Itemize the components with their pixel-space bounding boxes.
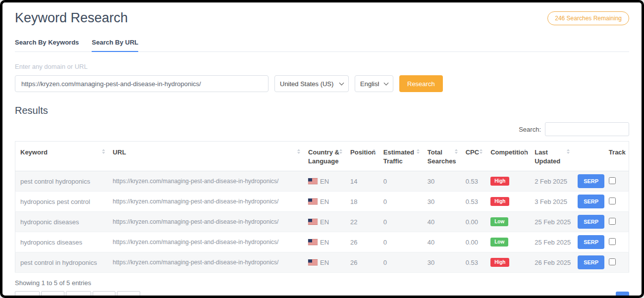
url-cell: https://kryzen.com/managing-pest-and-dis… — [108, 252, 303, 273]
keyword-cell: hydroponics diseases — [15, 232, 108, 252]
keyword-cell: pest control in hydroponics — [15, 252, 108, 273]
competition-badge: High — [490, 197, 509, 206]
table-footer: Copy CSV Excel PDF Print 1 — [15, 291, 629, 298]
tab-search-by-keywords[interactable]: Search By Keywords — [15, 39, 79, 51]
url-input-label: Enter any domain or URL — [15, 63, 629, 70]
sort-icon — [455, 149, 458, 154]
last-updated-cell: 26 Feb 2025 — [530, 252, 573, 273]
col-header-cpc[interactable]: CPC — [461, 142, 486, 171]
total-searches-cell: 40 — [423, 212, 461, 232]
cpc-cell: 0.00 — [461, 232, 486, 252]
serp-button[interactable]: SERP — [578, 235, 604, 249]
cpc-cell: 0.53 — [461, 171, 486, 192]
serp-button[interactable]: SERP — [578, 174, 604, 188]
language-select-wrap: English — [355, 75, 393, 92]
col-header-serp — [573, 142, 604, 171]
competition-badge: Low — [490, 238, 508, 247]
tab-bar: Search By Keywords Search By URL — [15, 39, 629, 52]
total-searches-cell: 30 — [423, 171, 461, 192]
total-searches-cell: 30 — [423, 192, 461, 212]
estimated-traffic-cell: 0 — [378, 171, 423, 192]
col-header-url[interactable]: URL — [108, 142, 303, 171]
track-checkbox[interactable] — [609, 177, 616, 184]
last-updated-cell: 25 Feb 2025 — [530, 232, 573, 252]
export-buttons: Copy CSV Excel PDF Print — [15, 291, 140, 298]
position-cell: 14 — [345, 171, 378, 192]
csv-button[interactable]: CSV — [41, 291, 64, 298]
results-table-body: pest control hydroponics https://kryzen.… — [15, 171, 629, 273]
language-code: EN — [320, 259, 329, 266]
serp-cell: SERP — [573, 252, 604, 273]
table-row: hydroponic diseases https://kryzen.com/m… — [15, 212, 629, 232]
page-1-button[interactable]: 1 — [616, 292, 629, 298]
language-code: EN — [320, 218, 329, 226]
col-header-estimated-traffic[interactable]: Estimated Traffic — [378, 142, 423, 171]
serp-button[interactable]: SERP — [578, 215, 604, 229]
col-header-keyword[interactable]: Keyword — [15, 142, 108, 171]
country-select[interactable]: United States (US) — [274, 75, 349, 92]
us-flag-icon — [308, 219, 318, 225]
col-label: Keyword — [20, 149, 48, 156]
track-checkbox[interactable] — [609, 218, 616, 225]
language-select[interactable]: English — [355, 75, 393, 92]
col-header-track: Track — [604, 142, 629, 171]
country-select-wrap: United States (US) — [274, 75, 349, 92]
col-header-last-updated[interactable]: Last Updated — [530, 142, 573, 171]
col-header-position[interactable]: Position — [345, 142, 378, 171]
page-title: Keyword Research — [15, 10, 128, 26]
pdf-button[interactable]: PDF — [93, 291, 115, 298]
copy-button[interactable]: Copy — [15, 291, 40, 298]
competition-cell: Low — [485, 212, 530, 232]
country-language-cell: EN — [303, 232, 345, 252]
position-cell: 26 — [345, 232, 378, 252]
track-cell — [604, 212, 629, 232]
track-cell — [604, 252, 629, 273]
table-row: pest control in hydroponics https://kryz… — [15, 252, 629, 273]
tab-search-by-url[interactable]: Search By URL — [92, 39, 138, 52]
page-header: Keyword Research 246 Searches Remaining — [15, 10, 629, 26]
results-table: Keyword URL Country & Language Position … — [15, 141, 629, 273]
language-code: EN — [320, 198, 329, 205]
competition-cell: High — [485, 252, 530, 273]
last-updated-cell: 2 Feb 2025 — [530, 171, 573, 192]
track-checkbox[interactable] — [609, 198, 616, 204]
us-flag-icon — [308, 259, 318, 265]
competition-cell: High — [485, 171, 530, 192]
col-header-total-searches[interactable]: Total Searches — [423, 142, 461, 171]
table-search-input[interactable] — [545, 122, 629, 136]
sort-icon — [417, 149, 420, 154]
keyword-cell: hydroponics pest control — [15, 192, 108, 212]
table-controls: Search: — [15, 122, 629, 136]
col-header-competition[interactable]: Competition — [485, 142, 530, 171]
serp-cell: SERP — [573, 232, 604, 252]
keyword-cell: hydroponic diseases — [15, 212, 108, 232]
table-header-row: Keyword URL Country & Language Position … — [15, 142, 629, 171]
col-label: Last Updated — [535, 149, 560, 165]
competition-badge: Low — [490, 217, 508, 226]
track-cell — [604, 232, 629, 252]
col-header-country-language[interactable]: Country & Language — [303, 142, 345, 171]
country-language-cell: EN — [303, 252, 345, 273]
table-row: pest control hydroponics https://kryzen.… — [15, 171, 629, 192]
serp-button[interactable]: SERP — [578, 195, 604, 208]
excel-button[interactable]: Excel — [66, 291, 91, 298]
serp-button[interactable]: SERP — [578, 255, 604, 269]
col-label: Track — [609, 149, 626, 156]
cpc-cell: 0.53 — [461, 192, 486, 212]
url-input[interactable] — [15, 75, 268, 92]
last-updated-cell: 3 Feb 2025 — [530, 192, 573, 212]
print-button[interactable]: Print — [117, 291, 140, 298]
app-window: Keyword Research 246 Searches Remaining … — [0, 0, 644, 298]
url-cell: https://kryzen.com/managing-pest-and-dis… — [108, 212, 303, 232]
serp-cell: SERP — [573, 212, 604, 232]
searches-remaining-badge: 246 Searches Remaining — [547, 11, 629, 25]
col-label: Competition — [490, 149, 528, 156]
research-button[interactable]: Research — [399, 75, 443, 92]
track-checkbox[interactable] — [609, 238, 616, 245]
col-label: Estimated Traffic — [383, 149, 414, 165]
url-cell: https://kryzen.com/managing-pest-and-dis… — [108, 171, 303, 192]
language-code: EN — [320, 178, 329, 185]
track-cell — [604, 192, 629, 212]
track-checkbox[interactable] — [609, 258, 616, 265]
us-flag-icon — [308, 199, 318, 204]
